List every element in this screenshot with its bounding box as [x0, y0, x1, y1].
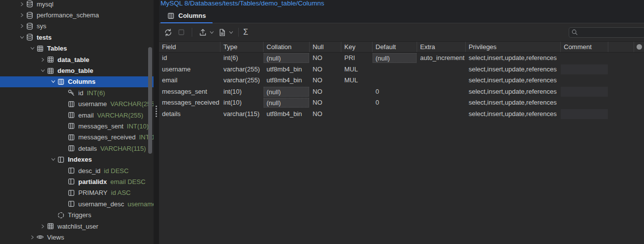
- cell-filler[interactable]: [608, 64, 634, 75]
- table-row[interactable]: messages_receivedint(10)(null)NO0select,…: [159, 97, 644, 109]
- cell-Null[interactable]: NO: [310, 97, 341, 109]
- tree-scrollbar[interactable]: [148, 47, 152, 154]
- export-button[interactable]: [197, 26, 209, 38]
- tree-item-email[interactable]: emailVARCHAR(255): [0, 110, 154, 121]
- tree-item-messages_received[interactable]: messages_receivedINT(10): [0, 132, 154, 143]
- splitter-grip-icon[interactable]: [156, 106, 157, 117]
- cell-Type[interactable]: varchar(255): [220, 64, 264, 75]
- cell-Privileges[interactable]: select,insert,update,references: [466, 64, 561, 75]
- table-row[interactable]: idint(6)(null)NOPRI(null)auto_increments…: [159, 53, 644, 64]
- tree-item-tests[interactable]: tests: [0, 32, 154, 43]
- cell-Null[interactable]: NO: [310, 53, 341, 64]
- panel-splitter[interactable]: [154, 0, 159, 244]
- cell-Key[interactable]: PRI: [341, 53, 373, 64]
- cell-Privileges[interactable]: select,insert,update,references: [466, 109, 561, 120]
- chevron-right-icon[interactable]: [18, 0, 26, 8]
- chevron-right-icon[interactable]: [28, 233, 36, 241]
- chevron-right-icon[interactable]: [18, 22, 26, 30]
- cell-Extra[interactable]: auto_increment: [417, 53, 466, 64]
- cell-Comment[interactable]: [561, 64, 608, 75]
- cell-Field[interactable]: messages_received: [159, 97, 220, 109]
- cell-Type[interactable]: varchar(255): [220, 75, 264, 86]
- column-header-Type[interactable]: Type: [220, 42, 264, 52]
- refresh-button[interactable]: [162, 26, 174, 38]
- tree-item-watchlist_user[interactable]: watchlist_user: [0, 221, 154, 232]
- tree-item-username_desc[interactable]: username_descusername DESC: [0, 198, 154, 209]
- cell-Field[interactable]: username: [159, 64, 220, 75]
- cell-Key[interactable]: [341, 86, 373, 98]
- column-header-Collation[interactable]: Collation: [264, 42, 310, 52]
- tree-item-desc_id[interactable]: desc_idid DESC: [0, 165, 154, 176]
- cell-Collation[interactable]: utf8mb4_bin: [264, 64, 310, 75]
- cell-Default[interactable]: [373, 109, 417, 120]
- cell-filler[interactable]: [608, 75, 634, 86]
- chevron-down-icon[interactable]: [209, 30, 215, 35]
- cell-Collation[interactable]: (null): [264, 97, 310, 109]
- cell-Comment[interactable]: [561, 53, 608, 64]
- cell-Type[interactable]: int(6): [220, 53, 264, 64]
- column-header-Privileges[interactable]: Privileges: [466, 42, 561, 52]
- table-row[interactable]: usernamevarchar(255)utf8mb4_binNOMULsele…: [159, 64, 644, 75]
- cell-Field[interactable]: email: [159, 75, 220, 86]
- grid-settings-button[interactable]: [637, 44, 642, 50]
- cell-Privileges[interactable]: select,insert,update,references: [466, 86, 561, 98]
- cell-Comment[interactable]: [561, 109, 608, 120]
- cell-Extra[interactable]: [417, 64, 466, 75]
- tree-item-demo_table[interactable]: demo_table: [0, 65, 154, 76]
- chevron-down-icon[interactable]: [18, 33, 26, 41]
- tree-item-performance_schema[interactable]: performance_schema: [0, 9, 154, 20]
- cell-Field[interactable]: details: [159, 109, 220, 120]
- tree-item-id[interactable]: idINT(6): [0, 87, 154, 98]
- cell-Comment[interactable]: [561, 97, 608, 109]
- tree-item-Tables[interactable]: Tables: [0, 43, 154, 54]
- column-header-Field[interactable]: Field: [159, 42, 220, 52]
- cell-Type[interactable]: varchar(115): [220, 109, 264, 120]
- tree-item-PRIMARY[interactable]: PRIMARYid ASC: [0, 187, 154, 198]
- cell-Default[interactable]: (null): [373, 53, 417, 64]
- cell-Comment[interactable]: [561, 75, 608, 86]
- cell-Extra[interactable]: [417, 97, 466, 109]
- aggregate-button[interactable]: Σ: [243, 26, 248, 38]
- tree-item-Views[interactable]: Views: [0, 232, 154, 243]
- tree-item-messages_sent[interactable]: messages_sentINT(10): [0, 121, 154, 131]
- cell-Collation[interactable]: (null): [264, 53, 310, 64]
- tree-item-mysql[interactable]: mysql: [0, 0, 154, 9]
- cell-Type[interactable]: int(10): [220, 97, 264, 109]
- cell-Field[interactable]: messages_sent: [159, 86, 220, 98]
- cell-Default[interactable]: 0: [373, 97, 417, 109]
- cell-Null[interactable]: NO: [310, 75, 341, 86]
- cell-Extra[interactable]: [417, 109, 466, 120]
- cell-Key[interactable]: MUL: [341, 75, 373, 86]
- cell-filler[interactable]: [608, 97, 634, 109]
- search-input[interactable]: [569, 27, 644, 38]
- cell-Privileges[interactable]: select,insert,update,references: [466, 97, 561, 109]
- column-header-Null[interactable]: Null: [310, 42, 341, 52]
- cell-Key[interactable]: MUL: [341, 64, 373, 75]
- cell-filler[interactable]: [608, 109, 634, 120]
- tree-item-details[interactable]: detailsVARCHAR(115): [0, 143, 154, 154]
- cell-Extra[interactable]: [417, 75, 466, 86]
- table-row[interactable]: detailsvarchar(115)utf8mb4_binNOselect,i…: [159, 109, 644, 120]
- open-file-button[interactable]: [216, 26, 228, 38]
- cell-Default[interactable]: [373, 75, 417, 86]
- cell-Collation[interactable]: utf8mb4_bin: [264, 109, 310, 120]
- cell-Privileges[interactable]: select,insert,update,references: [466, 75, 561, 86]
- column-header-Default[interactable]: Default: [373, 42, 417, 52]
- column-header-empty[interactable]: [608, 42, 634, 52]
- chevron-right-icon[interactable]: [39, 56, 47, 63]
- stop-button[interactable]: [175, 26, 187, 38]
- chevron-right-icon[interactable]: [39, 222, 47, 230]
- chevron-right-icon[interactable]: [18, 11, 26, 19]
- tree-item-sys[interactable]: sys: [0, 21, 154, 32]
- cell-Default[interactable]: 0: [373, 86, 417, 98]
- cell-Key[interactable]: [341, 109, 373, 120]
- cell-Field[interactable]: id: [159, 53, 220, 64]
- cell-Null[interactable]: NO: [310, 64, 341, 75]
- chevron-down-icon[interactable]: [49, 156, 57, 164]
- cell-filler[interactable]: [608, 86, 634, 98]
- cell-Type[interactable]: int(10): [220, 86, 264, 98]
- tree-item-Indexes[interactable]: Indexes: [0, 154, 154, 165]
- cell-Default[interactable]: [373, 64, 417, 75]
- cell-Collation[interactable]: utf8mb4_bin: [264, 75, 310, 86]
- column-header-Key[interactable]: Key: [341, 42, 373, 52]
